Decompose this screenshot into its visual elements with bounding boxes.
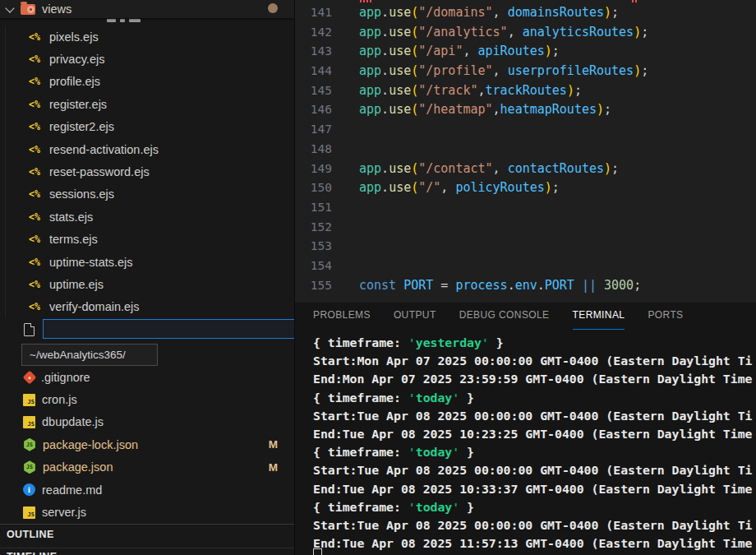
folder-header-views[interactable]: views (0, 0, 294, 18)
file-row[interactable]: <%profile.ejs (0, 71, 294, 93)
code-token: app (359, 63, 381, 78)
file-row[interactable]: <%uptime.ejs (0, 273, 294, 295)
ejs-icon: <% (29, 166, 43, 178)
new-file-name-input[interactable] (43, 319, 294, 339)
file-row[interactable]: ireadme.md (0, 479, 294, 501)
tab-problems[interactable]: PROBLEMS (313, 303, 371, 330)
bottom-panel[interactable]: PROBLEMSOUTPUTDEBUG CONSOLETERMINALPORTS… (294, 303, 756, 555)
git-modified-badge: M (269, 438, 278, 451)
line-number: 141 (295, 3, 332, 23)
file-row[interactable]: <%register.ejs (0, 93, 294, 115)
ejs-icon: <% (29, 121, 43, 132)
code-editor[interactable]: 141app.use("/domains", domainsRoutes);14… (294, 0, 756, 303)
chevron-down-icon (5, 3, 14, 12)
views-folder-icon (21, 4, 35, 15)
terminal-line: Start:Tue Apr 08 2025 00:00:00 GMT-0400 … (313, 516, 756, 534)
file-row[interactable]: <%uptime-stats.ejs (0, 251, 294, 273)
code-token: app (359, 44, 381, 58)
code-token: , (508, 25, 523, 39)
tab-terminal[interactable]: TERMINAL (573, 303, 625, 330)
file-row[interactable]: <%sessions.ejs (0, 183, 294, 206)
code-token: "/domains" (418, 5, 492, 20)
code-token: process (455, 278, 507, 293)
code-token: PORT (545, 278, 574, 293)
file-row[interactable]: <%register2.ejs (0, 116, 294, 138)
file-row[interactable]: <%resend-activation.ejs (0, 138, 294, 160)
terminal-line: End:Tue Apr 08 2025 10:23:25 GMT-0400 (E… (313, 425, 756, 443)
code-token: , (463, 44, 477, 58)
code-lines: 141app.use("/domains", domainsRoutes);14… (295, 3, 756, 295)
file-row[interactable]: .gitignore (0, 366, 294, 388)
code-token: ( (411, 44, 418, 58)
code-line: 148 (295, 140, 756, 160)
error-squiggle (632, 0, 638, 2)
terminal-line: End:Mon Apr 07 2025 23:59:59 GMT-0400 (E… (313, 370, 756, 388)
tab-ports[interactable]: PORTS (648, 303, 683, 330)
ejs-icon: <% (29, 31, 43, 43)
code-token: ; (641, 63, 648, 78)
code-line: 153 (295, 237, 756, 257)
code-token: ( (411, 180, 418, 195)
ejs-icon: <% (29, 144, 43, 155)
terminal-text: End:Tue Apr 08 2025 10:33:37 GMT-0400 (E… (313, 482, 753, 496)
line-number: 145 (295, 81, 332, 101)
tab-debug-console[interactable]: DEBUG CONSOLE (459, 303, 550, 330)
code-line: 145app.use("/track",trackRoutes); (295, 81, 756, 101)
file-row[interactable]: <%reset-password.ejs (0, 160, 294, 183)
code-token: ; (552, 44, 560, 58)
file-row[interactable]: <%privacy.ejs (0, 48, 294, 70)
root-file-list: .gitignoreJScron.jsJSdbupdate.jsJSpackag… (0, 366, 294, 524)
file-row[interactable]: <%verify-domain.ejs (0, 296, 294, 318)
line-number: 144 (295, 62, 332, 81)
file-row[interactable]: JSpackage-lock.jsonM (0, 433, 294, 456)
file-name: cron.js (42, 393, 77, 406)
file-row[interactable]: JScron.js (0, 388, 294, 410)
views-file-list: <%pixels.ejs<%privacy.ejs<%profile.ejs<%… (0, 25, 294, 318)
outline-section-header[interactable]: OUTLINE (0, 524, 294, 543)
code-token: policyRoutes (455, 180, 544, 195)
code-token: heatmapRoutes (500, 102, 597, 117)
file-row[interactable]: <%terms.ejs (0, 229, 294, 251)
file-name: register.ejs (49, 98, 107, 111)
code-token: ) (604, 5, 611, 20)
file-row[interactable]: <%stats.ejs (0, 206, 294, 228)
code-token: , (493, 5, 508, 20)
code-token: ( (411, 63, 418, 78)
code-token: "/api" (418, 44, 463, 58)
code-token: app (359, 161, 381, 176)
code-token: . (381, 25, 389, 39)
code-token: ( (411, 25, 418, 39)
code-token: use (389, 44, 411, 58)
file-name: uptime-stats.ejs (49, 256, 133, 269)
ejs-icon: <% (29, 53, 43, 65)
timeline-section-header[interactable]: TIMELINE (0, 548, 294, 555)
file-row[interactable]: <%pixels.ejs (0, 25, 294, 48)
code-line: 147 (295, 120, 756, 140)
code-token: ; (552, 180, 560, 195)
explorer-sidebar[interactable]: views <%pixels.ejs<%privacy.ejs<%profile… (0, 0, 294, 555)
terminal-text: ' (452, 445, 459, 459)
panel-tab-bar: PROBLEMSOUTPUTDEBUG CONSOLETERMINALPORTS (313, 303, 707, 330)
tab-output[interactable]: OUTPUT (394, 303, 436, 330)
terminal-text: } (459, 445, 474, 459)
code-line: 150app.use("/", policyRoutes); (295, 178, 756, 198)
line-number: 152 (295, 218, 332, 238)
node-json-icon: JS (23, 438, 36, 451)
file-name: reset-password.ejs (49, 165, 150, 178)
terminal-text: { timeframe: (313, 391, 408, 405)
code-token: ) (597, 102, 604, 117)
code-token: ; (611, 161, 619, 176)
new-file-icon (24, 323, 35, 336)
code-token: ; (574, 83, 582, 98)
code-token: app (359, 25, 381, 39)
file-row[interactable]: JSserver.js (0, 501, 294, 523)
code-token: use (389, 180, 411, 195)
file-row[interactable]: JSdbupdate.js (0, 411, 294, 433)
terminal-output[interactable]: { timeframe: 'yesterday' }Start:Mon Apr … (313, 334, 756, 553)
line-number: 143 (295, 42, 332, 62)
notification-dot-icon (268, 3, 278, 13)
info-icon: i (23, 483, 35, 496)
code-token: use (389, 161, 411, 176)
file-row[interactable]: JSpackage.jsonM (0, 456, 294, 479)
ejs-icon: <% (29, 76, 43, 87)
